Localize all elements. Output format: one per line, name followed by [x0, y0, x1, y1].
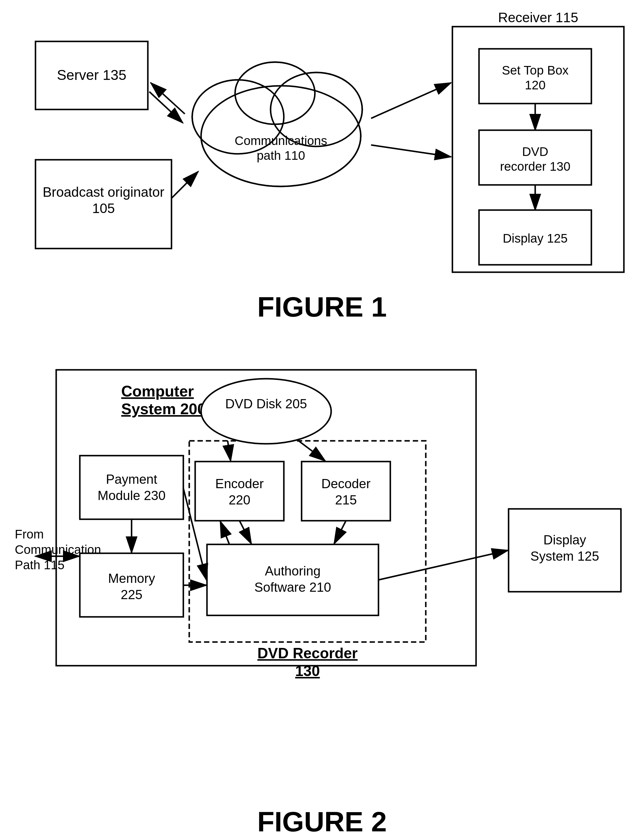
svg-text:DVD Recorder: DVD Recorder [257, 645, 358, 661]
svg-point-44 [235, 62, 315, 124]
svg-text:120: 120 [525, 78, 546, 92]
svg-text:130: 130 [295, 663, 320, 679]
svg-point-48 [236, 63, 314, 124]
svg-text:FIGURE 1: FIGURE 1 [257, 291, 387, 322]
svg-point-42 [192, 80, 284, 154]
svg-text:Authoring: Authoring [265, 564, 321, 578]
svg-point-51 [270, 72, 362, 146]
svg-text:From: From [15, 527, 44, 541]
svg-rect-61 [479, 130, 592, 185]
svg-rect-108 [509, 509, 621, 592]
svg-text:Software 210: Software 210 [254, 580, 331, 594]
svg-point-52 [235, 62, 315, 124]
svg-line-67 [151, 83, 185, 114]
svg-text:Receiver 115: Receiver 115 [498, 10, 578, 25]
svg-line-99 [334, 521, 346, 544]
svg-text:System 125: System 125 [531, 549, 599, 563]
svg-line-70 [371, 83, 451, 118]
svg-line-103 [184, 488, 206, 580]
svg-text:Server 135: Server 135 [57, 67, 126, 83]
svg-text:Module 230: Module 230 [98, 488, 166, 503]
svg-text:220: 220 [229, 492, 250, 507]
svg-line-96 [228, 441, 231, 461]
svg-line-98 [239, 521, 251, 544]
svg-text:225: 225 [121, 587, 142, 602]
svg-rect-65 [479, 210, 592, 265]
svg-point-49 [201, 86, 361, 186]
svg-rect-36 [36, 41, 148, 110]
svg-point-45 [202, 86, 360, 186]
svg-rect-57 [479, 49, 592, 103]
svg-text:Computer: Computer [121, 382, 194, 400]
main-diagram-svg: Server 135 Broadcast originator 105 Comm… [0, 0, 644, 837]
svg-line-111 [379, 550, 508, 580]
svg-text:105: 105 [92, 200, 115, 216]
svg-point-47 [271, 73, 362, 146]
svg-text:Communications: Communications [235, 134, 327, 148]
svg-rect-82 [189, 441, 426, 642]
svg-point-41 [201, 86, 361, 186]
svg-text:Memory: Memory [108, 571, 155, 586]
svg-line-71 [371, 145, 451, 157]
svg-text:System 200: System 200 [121, 400, 206, 417]
svg-text:DVD Disk 205: DVD Disk 205 [225, 396, 307, 411]
svg-point-46 [193, 80, 283, 153]
svg-line-68 [149, 92, 183, 123]
svg-text:DVD: DVD [522, 145, 549, 159]
svg-text:Broadcast originator: Broadcast originator [43, 184, 164, 200]
svg-line-97 [299, 441, 325, 461]
svg-rect-73 [56, 370, 476, 666]
svg-text:Communication: Communication [15, 543, 101, 556]
svg-text:Display: Display [544, 533, 586, 547]
svg-rect-79 [80, 553, 184, 617]
svg-text:recorder 130: recorder 130 [500, 159, 570, 173]
svg-rect-38 [36, 160, 172, 248]
svg-line-69 [172, 172, 198, 198]
svg-line-100 [220, 521, 229, 544]
svg-rect-76 [80, 456, 184, 519]
svg-rect-87 [195, 461, 284, 521]
svg-point-43 [270, 72, 362, 146]
svg-rect-90 [302, 461, 390, 521]
svg-text:Payment: Payment [106, 472, 157, 486]
svg-text:215: 215 [335, 492, 357, 507]
svg-text:Decoder: Decoder [321, 476, 370, 491]
svg-text:Encoder: Encoder [215, 476, 264, 491]
svg-text:FIGURE 2: FIGURE 2 [257, 806, 387, 837]
svg-text:path 110: path 110 [257, 149, 305, 162]
svg-text:Path 115: Path 115 [15, 558, 64, 572]
svg-text:Display 125: Display 125 [503, 231, 567, 245]
svg-rect-93 [207, 544, 379, 615]
svg-point-85 [201, 379, 331, 444]
svg-point-50 [192, 80, 284, 154]
svg-text:Set Top Box: Set Top Box [502, 63, 569, 77]
svg-rect-55 [452, 26, 624, 272]
